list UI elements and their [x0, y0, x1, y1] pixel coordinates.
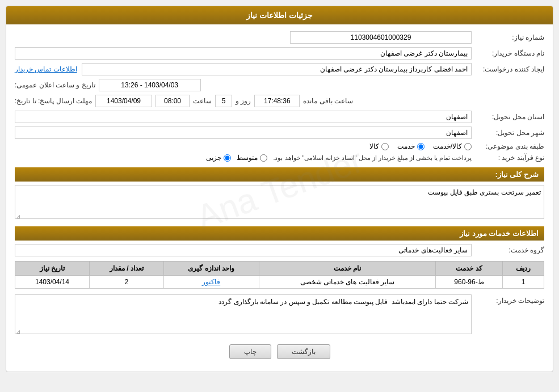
description-textarea[interactable]: تعمیر سرتخت بستری طبق فایل پیوست [15, 185, 544, 219]
back-button[interactable]: بازگشت [277, 344, 330, 359]
service-group-label: گروه خدمت: [476, 246, 544, 254]
services-section-label: اطلاعات خدمات مورد نیاز [460, 229, 539, 238]
page-header: جزئیات اطلاعات نیاز [6, 6, 553, 24]
service-group-value: سایر فعالیت‌های خدماتی [15, 244, 472, 256]
org-name-label: نام دستگاه خریدار: [476, 49, 544, 57]
deadline-days-value: 5 [215, 95, 232, 107]
deadline-date-value: 1403/04/09 [95, 95, 152, 107]
cell-unit[interactable]: فاکتور [163, 276, 259, 289]
deadline-time-label: ساعت [193, 97, 212, 105]
province-label: استان محل تحویل: [476, 113, 544, 121]
col-header-code: کد خدمت [436, 262, 503, 276]
resize-handle-description: ⊿ [16, 213, 20, 220]
creator-label: ایجاد کننده درخواست: [476, 65, 544, 73]
category-label: طبقه بندی موضوعی: [476, 142, 544, 150]
cell-name: سایر فعالیت های خدماتی شخصی [259, 276, 436, 289]
print-button[interactable]: چاپ [229, 344, 271, 359]
creator-link[interactable]: اطلاعات تماس خریدار [15, 65, 77, 73]
province-value: اصفهان [15, 111, 472, 123]
need-number-label: شماره نیاز: [476, 33, 544, 41]
deadline-remaining-label: ساعت باقی مانده [303, 97, 353, 105]
announce-date-label: تاریخ و ساعت اعلان عمومی: [15, 81, 95, 89]
col-header-unit: واحد اندازه گیری [163, 262, 259, 276]
deadline-days-label: روز و [236, 97, 251, 105]
table-row: 1 ط-96-960 سایر فعالیت های خدماتی شخصی ف… [15, 276, 544, 289]
category-radio-group: کالا/خدمت خدمت کالا [369, 142, 472, 150]
deadline-time-value: 08:00 [155, 95, 190, 107]
city-label: شهر محل تحویل: [476, 129, 544, 137]
description-section-label: شرح کلی نیاز: [495, 170, 539, 179]
cell-qty: 2 [89, 276, 163, 289]
col-header-row: ردیف [502, 262, 544, 276]
need-number-value: 1103004601000329 [290, 31, 472, 44]
col-header-date: تاریخ نیاز [15, 262, 90, 276]
purchase-type-jozii[interactable]: جزیی [206, 154, 231, 162]
purchase-type-note: پرداخت تمام یا بخشی از مبلغ خریدار از مح… [273, 154, 472, 162]
page-title: جزئیات اطلاعات نیاز [246, 11, 313, 20]
category-kala-khadamat[interactable]: کالا/خدمت [433, 142, 472, 150]
services-table: ردیف کد خدمت نام خدمت واحد اندازه گیری ت… [15, 261, 544, 289]
purchase-type-row: پرداخت تمام یا بخشی از مبلغ خریدار از مح… [206, 154, 472, 162]
buyer-desc-textarea[interactable]: شرکت حتما دارای ایمدباشد فایل پیوست مطال… [15, 294, 472, 334]
col-header-name: نام خدمت [259, 262, 436, 276]
deadline-remaining-value: 17:48:36 [254, 95, 300, 107]
resize-handle-buyer: ⊿ [16, 328, 20, 335]
category-kala[interactable]: کالا [369, 142, 389, 150]
deadline-label: مهلت ارسال پاسخ: تا تاریخ: [15, 97, 92, 105]
description-section-header: شرح کلی نیاز: [15, 167, 544, 182]
action-buttons: بازگشت چاپ [15, 344, 544, 359]
services-section-header: اطلاعات خدمات مورد نیاز [15, 226, 544, 241]
col-header-qty: تعداد / مقدار [89, 262, 163, 276]
purchase-type-label: نوع فرآیند خرید : [476, 154, 544, 162]
cell-code: ط-96-960 [436, 276, 503, 289]
org-name-value: بیمارستان دکتر غرضی اصفهان [15, 47, 472, 60]
city-value: اصفهان [15, 127, 472, 139]
buyer-desc-label: توضیحات خریدار: [476, 294, 544, 305]
cell-date: 1403/04/14 [15, 276, 90, 289]
announce-date-value: 1403/04/03 - 13:26 [99, 79, 201, 91]
cell-row: 1 [502, 276, 544, 289]
category-khadamat[interactable]: خدمت [397, 142, 424, 150]
purchase-type-motavaset[interactable]: متوسط [237, 154, 267, 162]
creator-value: احمد افضلی کاربرداز بیمارستان دکتر غرضی … [82, 63, 472, 75]
